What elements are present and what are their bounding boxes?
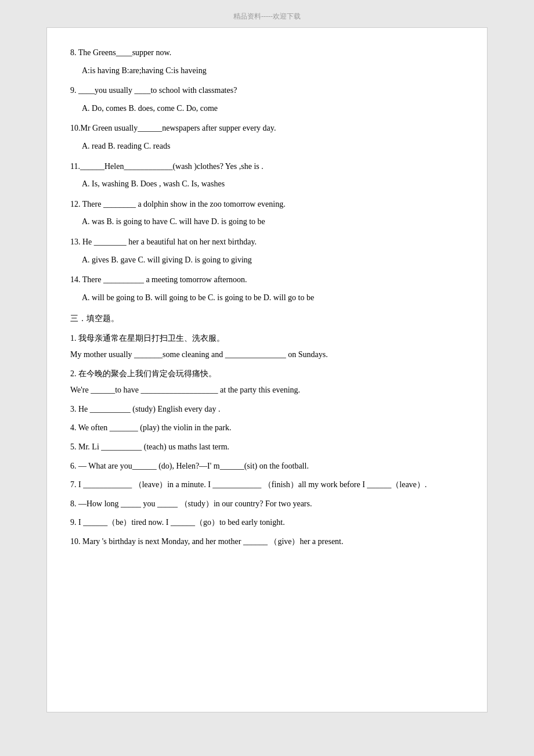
fill-question-3: 3. He __________ (study) English every d… bbox=[70, 402, 464, 417]
fill-question-1: 1. 我母亲通常在星期日打扫卫生、洗衣服。 My mother usually … bbox=[70, 331, 464, 363]
fill-question-7: 7. I ____________ （leave）in a minute. I … bbox=[70, 477, 464, 493]
fill-2-english: We're ______to have ___________________ … bbox=[70, 383, 464, 398]
fill-question-9: 9. I ______（be）tired now. I ______（go）to… bbox=[70, 515, 464, 531]
question-9-options: A. Do, comes B. does, come C. Do, come bbox=[82, 101, 464, 117]
fill-question-10: 10. Mary 's birthday is next Monday, and… bbox=[70, 534, 464, 550]
question-9-text: 9. ____you usually ____to school with cl… bbox=[70, 83, 464, 99]
question-10: 10.Mr Green usually______newspapers afte… bbox=[70, 121, 464, 154]
question-14-options: A. will be going to B. will going to be … bbox=[82, 290, 464, 306]
fill-2-chinese: 2. 在今晚的聚会上我们肯定会玩得痛快。 bbox=[70, 366, 464, 382]
question-13-options: A. gives B. gave C. will giving D. is go… bbox=[82, 253, 464, 268]
question-9: 9. ____you usually ____to school with cl… bbox=[70, 83, 464, 116]
question-13-text: 13. He ________ her a beautiful hat on h… bbox=[70, 235, 464, 250]
question-14-text: 14. There __________ a meeting tomorrow … bbox=[70, 272, 464, 288]
section-fill-title: 三．填空题。 bbox=[70, 311, 464, 326]
question-8-options: A:is having B:are;having C:is haveing bbox=[82, 63, 464, 79]
fill-question-8: 8. —How long _____ you _____ （study）in o… bbox=[70, 496, 464, 512]
question-10-text: 10.Mr Green usually______newspapers afte… bbox=[70, 121, 464, 136]
page-content: 8. The Greens____supper now. A:is having… bbox=[46, 27, 488, 712]
question-12-text: 12. There ________ a dolphin show in the… bbox=[70, 197, 464, 213]
question-8-text: 8. The Greens____supper now. bbox=[70, 45, 464, 61]
fill-question-6: 6. — What are you______ (do), Helen?—I' … bbox=[70, 459, 464, 474]
question-12: 12. There ________ a dolphin show in the… bbox=[70, 197, 464, 230]
question-13: 13. He ________ her a beautiful hat on h… bbox=[70, 235, 464, 268]
fill-1-chinese: 1. 我母亲通常在星期日打扫卫生、洗衣服。 bbox=[70, 331, 464, 347]
question-11-options: A. Is, washing B. Does , wash C. Is, was… bbox=[82, 177, 464, 192]
question-8: 8. The Greens____supper now. A:is having… bbox=[70, 45, 464, 78]
fill-question-4: 4. We often _______ (play) the violin in… bbox=[70, 420, 464, 436]
question-11-text: 11.______Helen____________(wash )clothes… bbox=[70, 159, 464, 175]
fill-question-5: 5. Mr. Li __________ (teach) us maths la… bbox=[70, 440, 464, 455]
question-10-options: A. read B. reading C. reads bbox=[82, 139, 464, 154]
fill-1-english: My mother usually _______some cleaning a… bbox=[70, 347, 464, 363]
watermark-text: 精品资料-----欢迎下载 bbox=[233, 12, 301, 21]
question-14: 14. There __________ a meeting tomorrow … bbox=[70, 272, 464, 305]
fill-question-2: 2. 在今晚的聚会上我们肯定会玩得痛快。 We're ______to have… bbox=[70, 366, 464, 398]
question-12-options: A. was B. is going to have C. will have … bbox=[82, 214, 464, 230]
question-11: 11.______Helen____________(wash )clothes… bbox=[70, 159, 464, 192]
